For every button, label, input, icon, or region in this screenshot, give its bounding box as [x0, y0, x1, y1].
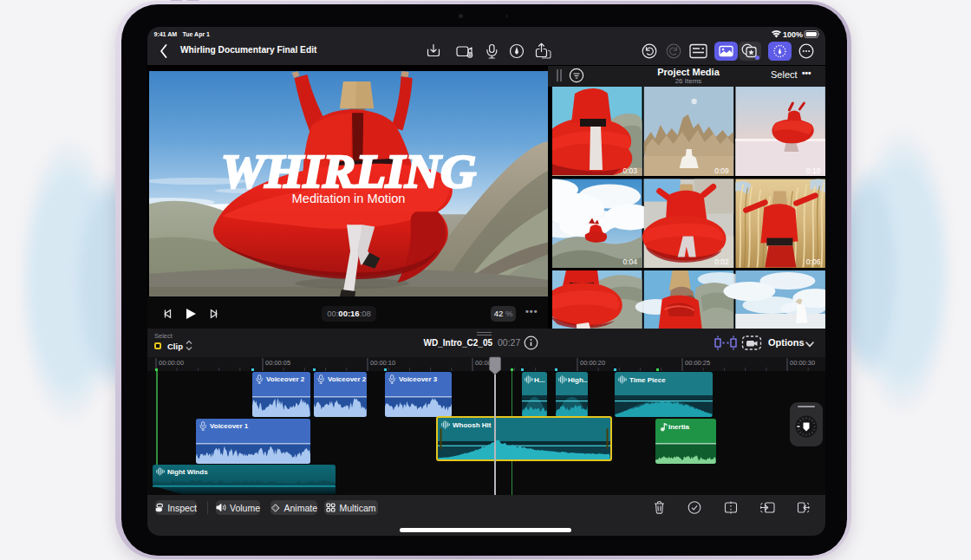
svg-text:Time Piece: Time Piece	[629, 376, 666, 384]
svg-text:Voiceover 1: Voiceover 1	[210, 422, 249, 430]
svg-text:00:00:30: 00:00:30	[790, 359, 815, 367]
svg-text:0:03: 0:03	[622, 166, 637, 175]
svg-text:00:00:05: 00:00:05	[265, 359, 290, 367]
svg-text:Voiceover 3: Voiceover 3	[399, 375, 438, 383]
svg-text:0:09: 0:09	[714, 166, 729, 175]
svg-text:Voiceover 2: Voiceover 2	[266, 375, 305, 383]
svg-text:00:00:00: 00:00:00	[159, 359, 184, 367]
svg-text:00:00:25: 00:00:25	[685, 359, 710, 367]
svg-text:0:06: 0:06	[806, 257, 821, 266]
svg-text:Meditation in Motion: Meditation in Motion	[292, 192, 406, 205]
svg-text:00:00:20: 00:00:20	[580, 359, 605, 367]
svg-text:High...: High...	[568, 376, 589, 384]
svg-text:0:02: 0:02	[714, 257, 729, 266]
svg-text:H...: H...	[534, 376, 544, 384]
svg-text:Voiceover 2: Voiceover 2	[328, 375, 367, 383]
svg-text:00:00:10: 00:00:10	[370, 359, 395, 367]
svg-text:100%: 100%	[783, 30, 803, 39]
svg-text:Whoosh Hit: Whoosh Hit	[453, 421, 492, 429]
svg-text:0:04: 0:04	[622, 257, 637, 266]
svg-text:Night Winds: Night Winds	[167, 468, 208, 476]
svg-text:WHIRLING: WHIRLING	[221, 145, 477, 198]
svg-text:Inertia: Inertia	[668, 423, 690, 431]
svg-text:0:10: 0:10	[806, 166, 821, 175]
